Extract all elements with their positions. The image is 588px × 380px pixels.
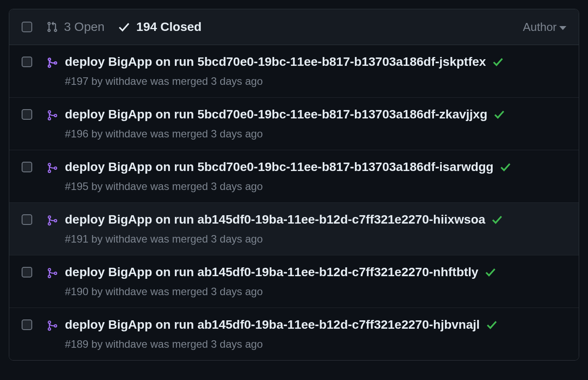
pr-row[interactable]: deploy BigApp on run ab145df0-19ba-11ee-… — [9, 202, 579, 255]
svg-point-6 — [48, 163, 50, 166]
row-content: deploy BigApp on run 5bcd70e0-19bc-11ee-… — [65, 160, 511, 193]
git-merge-icon — [46, 57, 58, 69]
pr-row[interactable]: deploy BigApp on run 5bcd70e0-19bc-11ee-… — [9, 150, 579, 202]
pr-title[interactable]: deploy BigApp on run 5bcd70e0-19bc-11ee-… — [65, 107, 487, 122]
pr-title[interactable]: deploy BigApp on run 5bcd70e0-19bc-11ee-… — [65, 160, 494, 174]
row-checkbox[interactable] — [22, 109, 32, 120]
pr-row[interactable]: deploy BigApp on run 5bcd70e0-19bc-11ee-… — [9, 97, 579, 150]
caret-down-icon — [559, 26, 566, 30]
pr-row[interactable]: deploy BigApp on run ab145df0-19ba-11ee-… — [9, 308, 579, 360]
svg-point-1 — [48, 65, 50, 67]
closed-count[interactable]: 194 Closed — [136, 20, 202, 34]
status-success-icon — [485, 266, 496, 278]
svg-point-9 — [48, 216, 50, 218]
status-success-icon — [494, 109, 505, 120]
author-filter-label: Author — [523, 20, 557, 34]
row-content: deploy BigApp on run 5bcd70e0-19bc-11ee-… — [65, 55, 504, 87]
pr-title[interactable]: deploy BigApp on run ab145df0-19ba-11ee-… — [65, 265, 479, 279]
row-checkbox[interactable] — [22, 57, 32, 67]
svg-point-14 — [54, 272, 57, 274]
pr-meta: #190 by withdave was merged 3 days ago — [65, 285, 496, 298]
author-filter[interactable]: Author — [523, 20, 566, 34]
svg-point-4 — [48, 118, 50, 120]
svg-point-17 — [54, 325, 57, 327]
pr-list-container: 3 Open 194 Closed Author deploy BigAp — [9, 9, 579, 361]
pr-list: deploy BigApp on run 5bcd70e0-19bc-11ee-… — [9, 45, 579, 360]
pr-row[interactable]: deploy BigApp on run ab145df0-19ba-11ee-… — [9, 255, 579, 308]
status-success-icon — [486, 319, 498, 331]
git-merge-icon — [46, 214, 58, 227]
pr-meta: #191 by withdave was merged 3 days ago — [65, 233, 503, 245]
row-content: deploy BigApp on run ab145df0-19ba-11ee-… — [65, 265, 496, 298]
svg-point-10 — [48, 223, 50, 225]
svg-point-16 — [48, 328, 50, 330]
row-checkbox[interactable] — [22, 319, 32, 330]
svg-point-13 — [48, 275, 50, 277]
svg-point-15 — [48, 321, 50, 323]
pr-row[interactable]: deploy BigApp on run 5bcd70e0-19bc-11ee-… — [9, 45, 579, 97]
row-content: deploy BigApp on run ab145df0-19ba-11ee-… — [65, 318, 498, 350]
select-all-checkbox[interactable] — [22, 22, 32, 32]
row-content: deploy BigApp on run ab145df0-19ba-11ee-… — [65, 213, 503, 245]
pr-title[interactable]: deploy BigApp on run ab145df0-19ba-11ee-… — [65, 318, 480, 332]
git-merge-icon — [46, 319, 58, 332]
row-checkbox[interactable] — [22, 214, 32, 225]
svg-point-5 — [54, 114, 57, 117]
svg-point-8 — [54, 167, 57, 169]
pr-meta: #197 by withdave was merged 3 days ago — [65, 75, 504, 87]
svg-point-12 — [48, 269, 50, 271]
git-merge-icon — [46, 267, 58, 279]
pr-meta: #196 by withdave was merged 3 days ago — [65, 128, 505, 140]
svg-point-3 — [48, 111, 50, 113]
svg-point-11 — [54, 220, 57, 222]
status-success-icon — [500, 161, 511, 173]
row-checkbox[interactable] — [22, 267, 32, 277]
git-pull-request-icon — [46, 21, 58, 33]
svg-point-0 — [48, 58, 50, 61]
row-content: deploy BigApp on run 5bcd70e0-19bc-11ee-… — [65, 107, 505, 140]
pr-meta: #189 by withdave was merged 3 days ago — [65, 338, 498, 350]
open-count[interactable]: 3 Open — [64, 20, 105, 34]
svg-point-7 — [48, 170, 50, 172]
status-success-icon — [492, 56, 504, 68]
pr-meta: #195 by withdave was merged 3 days ago — [65, 180, 511, 193]
pr-title[interactable]: deploy BigApp on run ab145df0-19ba-11ee-… — [65, 213, 485, 227]
git-merge-icon — [46, 109, 58, 122]
row-checkbox[interactable] — [22, 162, 32, 172]
pr-title[interactable]: deploy BigApp on run 5bcd70e0-19bc-11ee-… — [65, 55, 486, 69]
list-header: 3 Open 194 Closed Author — [9, 9, 579, 45]
svg-point-2 — [54, 62, 57, 64]
git-merge-icon — [46, 162, 58, 174]
check-icon — [118, 21, 130, 33]
status-success-icon — [491, 214, 503, 225]
